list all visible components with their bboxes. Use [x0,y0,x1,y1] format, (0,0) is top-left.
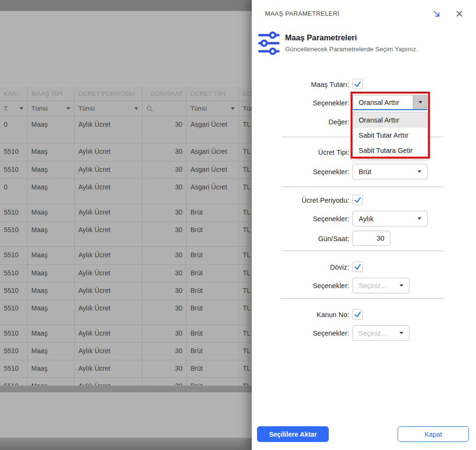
table-cell: 30 [143,360,187,377]
secenekler-dropdown-list: Oransal ArttırSabit Tutar ArttırSabit Tu… [352,112,428,159]
column-header[interactable]: ÜCRET TİPİ [187,87,239,101]
section-divider [281,298,443,299]
secenekler-select-kanun-no[interactable]: Seçiniz... [352,325,409,341]
dropdown-option[interactable]: Sabit Tutara Getir [353,143,427,158]
table-row[interactable]: 5510MaaşAylık Ücret30BrütTL [0,378,252,386]
filter-search-cell[interactable] [143,101,187,116]
table-cell: TL [239,247,252,264]
table-cell: TL [239,179,252,204]
horizontal-scrollbar[interactable] [0,386,252,393]
table-cell: 5510 [0,204,28,221]
table-row[interactable]: 0MaaşAylık Ücret30Asgari ÜcretTL [0,116,252,143]
table-cell: Asgari Ücret [187,161,239,178]
secenekler-select-ucret-tipi[interactable]: Brüt [352,164,428,179]
table-cell: 30 [143,265,187,282]
filter-dropdown-cell[interactable]: Tümü [28,101,75,116]
table-row[interactable]: 5510MaaşAylık Ücret30BrütTL [0,265,252,282]
column-header[interactable]: MAAŞ TİPİ [28,87,75,101]
filter-dropdown-cell[interactable]: Tümü [239,101,252,116]
table-cell: 30 [143,300,187,325]
filter-value: Tümü [243,105,252,112]
caret-down-icon [400,284,403,287]
filter-value: T. [4,105,9,112]
table-cell: Brüt [187,282,239,300]
table-cell: TL [239,282,252,300]
table-cell: TL [239,343,252,360]
table-row[interactable]: 5510MaaşAylık Ücret30BrütTL [0,343,252,360]
kanun-no-checkbox[interactable] [352,309,363,319]
table-row[interactable]: 5510MaaşAylık Ücret30BrütTL [0,222,252,247]
table-row[interactable]: 0MaaşAylık Ücret30Asgari ÜcretTL [0,179,252,204]
table-cell: Aylık Ücret [75,265,143,282]
table-cell: Brüt [187,378,239,385]
column-header[interactable]: KAN... [0,87,28,101]
table-cell: 30 [143,343,187,360]
secenekler-select-maas-tutari[interactable]: Oransal Arttır [352,95,428,110]
expand-diagonal-icon[interactable] [431,9,442,19]
close-icon[interactable] [454,9,465,19]
table-row[interactable]: 5510MaaşAylık Ücret30BrütTL [0,300,252,325]
table-row[interactable]: 5510MaaşAylık Ücret30BrütTL [0,247,252,265]
gun-saat-input[interactable] [352,231,390,246]
table-cell: Aylık Ücret [75,116,143,143]
caret-down-icon [134,107,138,110]
table-cell: Aylık Ücret [75,161,143,178]
table-cell: TL [239,300,252,325]
check-icon [353,195,362,205]
panel-heading: Maaş Parametreleri [285,33,357,42]
secenekler-select-ucret-periyodu[interactable]: Aylık [352,211,428,226]
table-cell: 5510 [0,378,28,385]
table-cell: TL [239,265,252,282]
table-cell: Aylık Ücret [75,378,143,385]
filter-value: Tümü [78,105,95,112]
caret-down-icon [400,332,403,334]
maas-tutari-checkbox[interactable] [352,79,363,89]
column-header[interactable]: DÖVİZ [239,87,252,101]
table-cell: Maaş [28,325,75,342]
table-row[interactable]: 5510MaaşAylık Ücret30Asgari ÜcretTL [0,161,252,179]
caret-down-icon [67,107,70,110]
table-cell: 30 [143,282,187,300]
ucret-periyodu-checkbox[interactable] [352,195,363,205]
table-cell: Aylık Ücret [75,247,143,264]
dropdown-option[interactable]: Oransal Arttır [353,112,427,128]
secenekler-label: Seçenekler: [252,168,349,176]
apply-to-selected-button[interactable]: Seçililere Aktar [257,426,329,442]
table-cell: 5510 [0,282,28,300]
table-row[interactable]: 5510MaaşAylık Ücret30BrütTL [0,360,252,378]
table-cell: Maaş [28,247,75,264]
doviz-label: Döviz: [252,263,349,271]
column-header[interactable]: GÜN/SAAT [143,87,187,101]
filter-dropdown-cell[interactable]: Tümü [75,101,143,116]
table-cell: Aylık Ücret [75,222,143,246]
secenekler-select-doviz[interactable]: Seçiniz... [352,278,409,293]
table-row[interactable]: 5510MaaşAylık Ücret30Asgari ÜcretTL [0,143,252,161]
secenekler-label: Seçenekler: [252,282,349,290]
combo-dropdown-button[interactable] [413,95,427,109]
table-cell: 5510 [0,143,28,161]
dropdown-option[interactable]: Sabit Tutar Arttır [353,128,427,143]
selected-option: Oransal Arttır [353,95,413,109]
doviz-checkbox[interactable] [352,262,363,272]
table-cell: 30 [143,325,187,342]
filter-dropdown-cell[interactable]: Tümü [187,101,239,116]
window-topbar [0,0,252,11]
table-cell: 30 [143,247,187,264]
table-cell: Maaş [28,179,75,204]
table-row[interactable]: 5510MaaşAylık Ücret30BrütTL [0,282,252,300]
table-cell: Brüt [187,265,239,282]
table-cell: 5510 [0,161,28,178]
table-cell: 5510 [0,265,28,282]
column-header[interactable]: ÜCRET PERİYODU [75,87,143,101]
close-button[interactable]: Kapat [398,426,469,442]
table-cell: Aylık Ücret [75,282,143,300]
table-cell: 30 [143,222,187,246]
panel-subheading: Güncellenecek Parametrelerde Seçim Yapın… [285,46,418,53]
check-icon [353,262,362,272]
filter-dropdown-cell[interactable]: T. [0,101,28,116]
table-cell: 5510 [0,325,28,342]
table-cell: Brüt [187,247,239,264]
table-row[interactable]: 5510MaaşAylık Ücret30BrütTL [0,204,252,222]
maas-parametreleri-panel: MAAŞ PARAMETRELERİ Maaş Parametreleri Gü… [252,0,476,450]
table-row[interactable]: 5510MaaşAylık Ücret30BrütTL [0,325,252,343]
